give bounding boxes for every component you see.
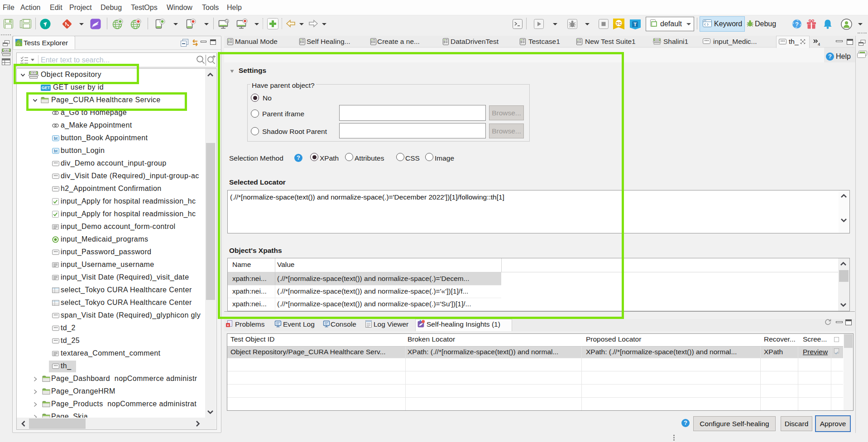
svg-text:T: T	[633, 22, 637, 27]
svg-text:?: ?	[795, 21, 799, 28]
svg-text:TC: TC	[616, 21, 622, 26]
svg-text:bt: bt	[54, 149, 58, 153]
svg-text:bt: bt	[54, 137, 58, 141]
svg-text:x: x	[227, 323, 229, 327]
svg-text:4: 4	[818, 42, 820, 46]
